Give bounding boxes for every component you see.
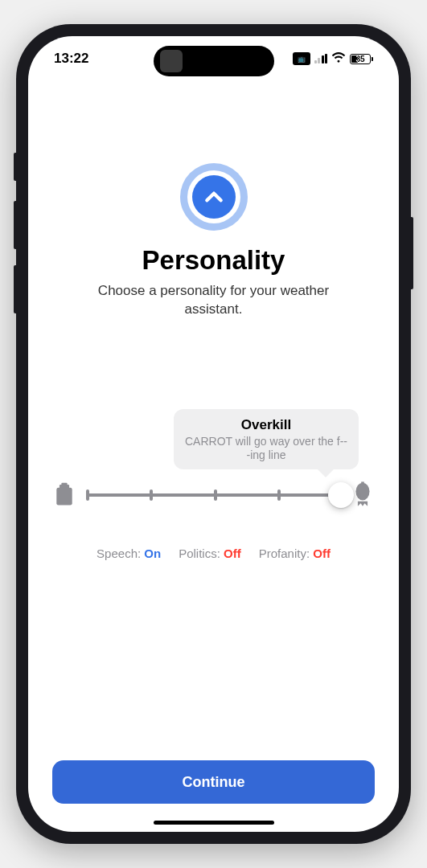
island-thumbnail xyxy=(160,50,183,72)
screen: 13:22 📺 35 xyxy=(28,36,399,832)
speech-toggle[interactable]: Speech: On xyxy=(96,547,161,560)
personality-slider[interactable] xyxy=(86,483,341,507)
profanity-toggle[interactable]: Profanity: Off xyxy=(259,547,331,560)
page-title: Personality xyxy=(52,245,375,276)
chevron-up-icon xyxy=(203,186,224,207)
politics-value: Off xyxy=(224,547,241,560)
speech-label: Speech: xyxy=(96,547,141,560)
volume-up xyxy=(14,201,17,249)
politics-label: Politics: xyxy=(179,547,220,560)
wifi-icon xyxy=(331,51,346,67)
tooltip-title: Overkill xyxy=(183,417,349,433)
mute-switch xyxy=(14,153,17,181)
profanity-label: Profanity: xyxy=(259,547,310,560)
continue-button[interactable]: Continue xyxy=(52,760,375,804)
slider-thumb[interactable] xyxy=(328,482,354,508)
overkill-icon xyxy=(351,480,375,510)
slider-tooltip: Overkill CARROT will go way over the f--… xyxy=(174,409,359,470)
battery-percent: 35 xyxy=(350,55,371,63)
politics-toggle[interactable]: Politics: Off xyxy=(179,547,241,560)
profanity-value: Off xyxy=(313,547,331,560)
tv-indicator-icon: 📺 xyxy=(293,52,310,65)
speech-value: On xyxy=(144,547,161,560)
home-indicator[interactable] xyxy=(154,821,274,825)
battery-indicator: 35 xyxy=(350,54,373,64)
cellular-signal-icon xyxy=(314,54,328,63)
phone-frame: 13:22 📺 35 xyxy=(16,24,411,844)
svg-rect-4 xyxy=(361,481,364,485)
svg-rect-0 xyxy=(56,488,72,506)
page-subtitle: Choose a personality for your weather as… xyxy=(85,282,343,319)
tooltip-description: CARROT will go way over the f---ing line xyxy=(183,435,349,462)
svg-rect-2 xyxy=(60,485,69,489)
app-icon xyxy=(180,163,248,231)
power-button xyxy=(410,217,413,289)
professional-icon xyxy=(52,480,76,510)
dynamic-island[interactable] xyxy=(154,46,274,76)
volume-down xyxy=(14,265,17,313)
status-time: 13:22 xyxy=(54,51,88,67)
